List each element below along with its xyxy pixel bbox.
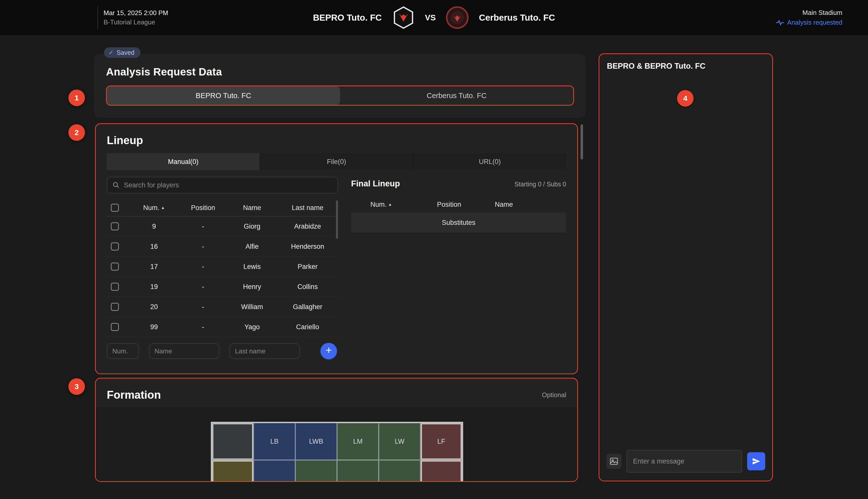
cell-num: 99 — [129, 323, 179, 331]
cell-position: - — [179, 283, 227, 291]
table-scrollbar[interactable] — [336, 200, 338, 239]
cell-num: 17 — [129, 263, 179, 271]
add-name-input[interactable] — [149, 343, 219, 359]
cell-name: Alfie — [227, 243, 277, 251]
home-team-name: BEPRO Tuto. FC — [313, 13, 382, 23]
send-icon — [752, 457, 760, 465]
check-icon: ✓ — [109, 49, 114, 56]
add-num-input[interactable] — [107, 343, 139, 359]
match-header: Mar 15, 2025 2:00 PM B-Tutorial League B… — [0, 0, 868, 35]
final-lineup-header: Num. ▲ Position Name — [351, 196, 566, 212]
chat-panel: BEPRO & BEPRO Tuto. FC — [599, 53, 773, 482]
tab-file[interactable]: File(0) — [260, 153, 413, 170]
pitch-cell-lb[interactable]: LB — [254, 423, 295, 460]
match-meta: Main Stadium Analysis requested — [776, 9, 842, 26]
chat-message-input[interactable] — [627, 450, 742, 473]
pitch-cell-lm[interactable]: LM — [337, 423, 379, 460]
lineup-source-tabs: Manual(0) File(0) URL(0) — [107, 153, 566, 170]
player-list-panel: Num. ▲ Position Name Last name 9 - Giorg… — [107, 177, 338, 360]
tab-manual[interactable]: Manual(0) — [107, 153, 260, 170]
final-lineup-title: Final Lineup — [351, 179, 400, 188]
saved-badge-label: Saved — [117, 49, 135, 56]
final-col-num-label[interactable]: Num. — [370, 201, 387, 208]
formation-canvas: LB LWB LM LW LF — [96, 407, 577, 481]
pitch-cell-lwb[interactable]: LWB — [295, 423, 337, 460]
attach-image-button[interactable] — [606, 454, 621, 469]
annotation-circle-1: 1 — [68, 89, 85, 106]
table-row[interactable]: 9 - Giorg Arabidze — [107, 217, 338, 237]
table-row[interactable]: 16 - Alfie Henderson — [107, 237, 338, 257]
pitch-cell-lw[interactable]: LW — [379, 423, 420, 460]
row-checkbox[interactable] — [111, 242, 119, 251]
app-root: Mar 15, 2025 2:00 PM B-Tutorial League B… — [0, 0, 868, 499]
optional-label: Optional — [542, 391, 566, 399]
cell-name: Yago — [227, 323, 277, 331]
team-tab-home[interactable]: BEPRO Tuto. FC — [107, 86, 340, 105]
final-lineup-panel: Final Lineup Starting 0 / Subs 0 Num. ▲ … — [338, 177, 566, 360]
col-position-label: Position — [179, 204, 227, 212]
pitch-cell[interactable] — [420, 460, 462, 482]
annotation-circle-4: 4 — [677, 90, 694, 107]
cell-num: 16 — [129, 243, 179, 251]
final-col-position-label: Position — [411, 201, 487, 208]
add-lastname-input[interactable] — [229, 343, 300, 359]
search-icon — [112, 181, 120, 189]
analysis-request-card: Analysis Request Data BEPRO Tuto. FC Cer… — [94, 54, 586, 118]
select-all-checkbox[interactable] — [111, 204, 119, 212]
pitch-cell-lf[interactable]: LF — [420, 423, 462, 460]
substitutes-divider: Substitutes — [351, 212, 566, 233]
chat-input-bar — [606, 450, 765, 473]
add-player-button[interactable]: + — [320, 343, 337, 360]
col-name-label: Name — [227, 204, 277, 212]
cell-name: Lewis — [227, 263, 277, 271]
pitch-cell[interactable] — [295, 460, 337, 482]
annotation-circle-2: 2 — [68, 124, 85, 141]
cell-num: 9 — [129, 222, 179, 230]
cell-position: - — [179, 263, 227, 271]
table-row[interactable]: 17 - Lewis Parker — [107, 257, 338, 277]
lineup-body: Num. ▲ Position Name Last name 9 - Giorg… — [107, 177, 566, 360]
content-scrollbar[interactable] — [580, 124, 583, 159]
team-tab-away[interactable]: Cerberus Tuto. FC — [340, 86, 573, 105]
pitch-cell[interactable] — [212, 460, 254, 482]
pitch-cell[interactable] — [379, 460, 420, 482]
match-teams: BEPRO Tuto. FC VS Cerberus Tuto. FC — [313, 6, 555, 29]
formation-title: Formation — [107, 389, 161, 401]
annotation-circle-3: 3 — [68, 378, 85, 395]
cell-lastname: Arabidze — [277, 222, 338, 230]
row-checkbox[interactable] — [111, 283, 119, 291]
table-row[interactable]: 20 - William Gallagher — [107, 297, 338, 317]
analysis-status[interactable]: Analysis requested — [776, 19, 842, 26]
stadium-label: Main Stadium — [802, 9, 842, 16]
cell-position: - — [179, 323, 227, 331]
row-checkbox[interactable] — [111, 303, 119, 311]
col-num-label[interactable]: Num. — [143, 204, 160, 212]
pulse-icon — [776, 20, 784, 26]
team-selector: BEPRO Tuto. FC Cerberus Tuto. FC — [106, 86, 574, 106]
pitch-cell[interactable] — [254, 460, 295, 482]
pitch-cell[interactable] — [337, 460, 379, 482]
row-checkbox[interactable] — [111, 323, 119, 331]
row-checkbox[interactable] — [111, 263, 119, 271]
cell-position: - — [179, 243, 227, 251]
lineup-card: Lineup Manual(0) File(0) URL(0) — [95, 123, 578, 374]
send-message-button[interactable] — [747, 452, 765, 470]
cell-name: Giorg — [227, 222, 277, 230]
away-team-logo-icon — [446, 6, 469, 29]
table-row[interactable]: 99 - Yago Cariello — [107, 317, 338, 337]
page-title: Analysis Request Data — [106, 66, 574, 78]
pitch-cell[interactable] — [212, 423, 254, 460]
add-player-row: + — [107, 343, 338, 360]
cell-num: 20 — [129, 303, 179, 311]
lineup-title: Lineup — [107, 134, 566, 147]
player-search-input[interactable] — [124, 181, 332, 189]
row-checkbox[interactable] — [111, 222, 119, 230]
match-datetime: Mar 15, 2025 2:00 PM — [103, 9, 168, 17]
player-table-header: Num. ▲ Position Name Last name — [107, 199, 338, 217]
cell-lastname: Henderson — [277, 243, 338, 251]
analysis-status-label: Analysis requested — [787, 19, 842, 26]
chat-title: BEPRO & BEPRO Tuto. FC — [599, 54, 772, 78]
tab-url[interactable]: URL(0) — [413, 153, 566, 170]
cell-name: Henry — [227, 283, 277, 291]
table-row[interactable]: 19 - Henry Collins — [107, 277, 338, 297]
